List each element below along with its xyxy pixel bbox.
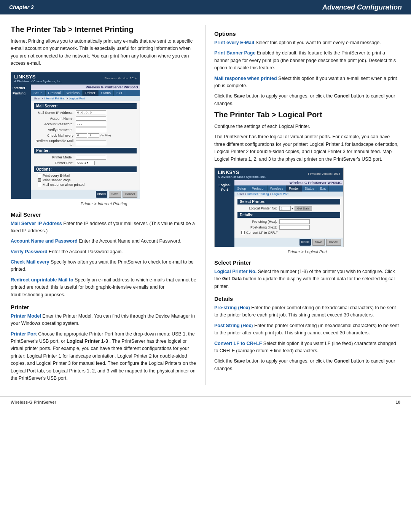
ss-printer-model-input[interactable]	[76, 155, 106, 160]
term-verify-pw: Verify Password	[11, 249, 48, 254]
page-footer: Wireless-G PrintServer 10	[0, 396, 411, 407]
printer-title: Printer	[11, 304, 197, 310]
ss-check-mail-row: Check Mail every 0 1 (In Min)	[34, 133, 137, 138]
ss-lp-breadcrumb: User > Internet Printing > Logical Port	[237, 192, 288, 196]
section-title-internet-printing: The Printer Tab > Internet Printing	[11, 25, 197, 34]
ss-cancel-btn[interactable]: Cancel	[123, 191, 137, 198]
ss-lp-nav-status[interactable]: Status	[302, 185, 318, 192]
ss-opt-email-label: Print every E-Mail	[43, 174, 70, 177]
ss-account-name-input[interactable]	[76, 116, 106, 121]
printer-model-text: Printer Model Enter the Printer Model. Y…	[11, 313, 197, 328]
ss-nav-exit[interactable]: Exit	[114, 90, 125, 96]
page-title-header: Advanced Configuration	[322, 3, 402, 11]
save-label-inline1: Save	[234, 93, 245, 99]
ss-lp-logical-no-input[interactable]: 1	[279, 206, 291, 211]
ss-lp-get-data-btn[interactable]: Get Data	[295, 206, 312, 211]
ss-account-pw-label: Account Password:	[34, 122, 76, 126]
ss-lp-content-wrapper: LogicalPort Wireless G PrintServer WPS54…	[215, 180, 343, 247]
ss-options-header: Options:	[34, 166, 137, 172]
ss-lp-nav-protocol[interactable]: Protocol	[249, 185, 268, 192]
section-title-logical-port: The Printer Tab > Logical Port	[214, 110, 400, 119]
options-title: Options	[214, 30, 400, 37]
ss-opt-mail-response-cb[interactable]	[38, 183, 41, 186]
ss-breadcrumb: User > Internet Printing > Logical Port	[34, 97, 85, 100]
ss-content-wrapper: Internet Printing Wireless G PrintServer…	[11, 85, 140, 199]
ss-lp-details-header: Details:	[237, 212, 340, 218]
ss-mail-ip-label: Mail Server IP Address:	[34, 111, 76, 115]
ss-lp-post-string-label: Post-string (Hex):	[237, 225, 279, 229]
cancel-label-inline1: Cancel	[334, 93, 350, 99]
ss-lp-nav-setup[interactable]: Setup	[234, 185, 249, 192]
mail-server-ip-text: Mail Server IP Address Enter the IP addr…	[11, 220, 197, 235]
term-printer-port: Printer Port	[11, 331, 37, 337]
ss-lp-convert-lf-cb[interactable]	[241, 231, 245, 234]
left-column: The Printer Tab > Internet Printing Inte…	[11, 25, 206, 385]
ss-bc-internet[interactable]: Internet Printing	[44, 97, 65, 100]
ss-lp-bc-internet[interactable]: Internet Printing	[247, 192, 269, 196]
ss-sidebar-printing: Printing	[13, 91, 29, 96]
footer-product-name: Wireless-G PrintServer	[11, 400, 56, 404]
verify-pw-desc: Enter the Account Password again.	[49, 249, 123, 254]
ss-lp-header: LINKSYSA Division of Cisco Systems, Inc.…	[215, 168, 343, 180]
ss-lp-post-string-input[interactable]	[279, 225, 310, 230]
internet-printing-screenshot: LINKSYSA Division of Cisco Systems, Inc.…	[11, 72, 140, 199]
print-banner-text: Print Banner Page Enabled by default, th…	[214, 50, 400, 72]
ss-body: Mail Server: Mail Server IP Address: 0 .…	[31, 101, 140, 190]
term-print-banner: Print Banner Page	[214, 50, 255, 56]
logical-port-body: The PrintServer has three logical or vir…	[214, 133, 400, 163]
ss-lp-post-string-row: Post-string (Hex):	[237, 225, 340, 230]
ss-lp-sidebar-title: LogicalPort	[218, 183, 231, 192]
ss-lp-pre-string-row: Pre-string (Hex):	[237, 219, 340, 224]
pre-string-text: Pre-string (Hex) Enter the printer contr…	[214, 304, 400, 319]
ss-lp-pre-string-input[interactable]	[279, 219, 310, 224]
ss-lp-nav-printer[interactable]: Printer	[286, 185, 302, 192]
logical-port-caption: Printer > Logical Port	[214, 249, 400, 254]
internet-printing-caption: Printer > Internet Printing	[11, 201, 197, 206]
ss-lp-save-btn[interactable]: Save	[312, 239, 325, 246]
ss-printer-port-select[interactable]: USB 1 ▾	[76, 161, 95, 165]
ss-bc-logical[interactable]: Logical Port	[69, 97, 85, 100]
linksys-sub: A Division of Cisco Systems, Inc.	[14, 80, 62, 83]
ss-verify-pw-input[interactable]	[76, 128, 106, 132]
ss-check-mail-unit: (In Min)	[100, 134, 111, 137]
redirect-text: Redirect unprintable Mail to Specify an …	[11, 276, 197, 299]
ss-lp-nav-wireless[interactable]: Wireless	[268, 185, 287, 192]
ss-check-mail-input2[interactable]: 1	[88, 133, 99, 138]
ss-printer-port-row: Printer Port: USB 1 ▾	[34, 161, 137, 165]
ss-nav-wireless[interactable]: Wireless	[64, 90, 83, 96]
ss-nav-printer[interactable]: Printer	[83, 90, 99, 96]
logical-printer-no-text: Logical Printer No. Select the number (1…	[214, 268, 400, 290]
ss-verify-pw-row: Verify Password:	[34, 128, 137, 132]
ss-nav-setup[interactable]: Setup	[31, 90, 46, 96]
ss-opt-banner-row: Print Banner Page	[38, 178, 137, 182]
ss-redirect-input[interactable]	[76, 141, 106, 145]
save-cancel-text2: Click the Save button to apply your chan…	[214, 358, 400, 372]
ss-check-mail-input1[interactable]: 0	[76, 133, 87, 138]
save-cancel-pre2: Click the	[214, 358, 234, 364]
mail-response-text: Mail response when printed Select this o…	[214, 75, 400, 90]
cancel-label-inline2: Cancel	[334, 358, 350, 364]
ss-opt-email-cb[interactable]	[38, 174, 41, 177]
ss-printer-header: Printer:	[34, 148, 137, 153]
linksys-logo: LINKSYSA Division of Cisco Systems, Inc.	[14, 74, 62, 83]
printer-port-desc2: . The PrintServer has three logical or v…	[11, 339, 196, 381]
ss-subnav: User > Internet Printing > Logical Port	[31, 96, 140, 101]
ss-nav-protocol[interactable]: Protocol	[46, 90, 64, 96]
ss-opt-banner-cb[interactable]	[38, 178, 41, 182]
save-cancel-text1: Click the Save button to apply your chan…	[214, 93, 400, 107]
ss-lp-product-label: Wireless G PrintServer WPS54G	[234, 180, 343, 185]
ss-lp-bc-logical[interactable]: Logical Port	[272, 192, 288, 196]
ss-pw-dots: •••	[77, 122, 83, 126]
ss-lp-convert-lf-row: Convert LF to CR/LF	[241, 231, 340, 235]
ss-nav-status[interactable]: Status	[99, 90, 114, 96]
ss-lp-nav-exit[interactable]: Exit	[317, 185, 329, 192]
ss-opt-banner-label: Print Banner Page	[43, 178, 71, 182]
ss-save-btn[interactable]: Save	[109, 191, 121, 198]
ss-account-pw-input[interactable]: •••	[76, 122, 106, 126]
select-printer-title: Select Printer	[214, 259, 400, 266]
ss-printer-model-label: Printer Model:	[34, 155, 76, 159]
ss-lp-cancel-btn[interactable]: Cancel	[326, 239, 341, 246]
ss-opt-mail-response-label: Mail response when printed	[43, 183, 84, 187]
term-pre-string: Pre-string (Hex)	[214, 305, 250, 310]
ss-mail-ip-input[interactable]: 0 . 0 . 0 . 0	[76, 110, 106, 115]
